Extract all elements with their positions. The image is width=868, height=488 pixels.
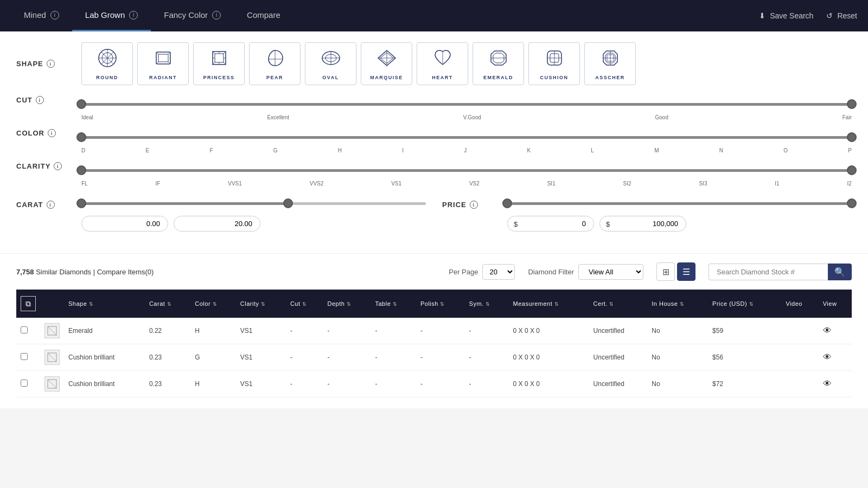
reset-button[interactable]: ↺ Reset xyxy=(826,11,857,20)
cut-label-vgood: V.Good xyxy=(463,114,481,120)
row-in-house: No xyxy=(647,344,708,371)
color-slider-container: D E F G H I J K L M N O P xyxy=(81,129,852,153)
price-slider-track-wrapper[interactable] xyxy=(507,195,852,211)
th-depth[interactable]: Depth ⇅ xyxy=(323,290,371,318)
row-checkbox[interactable] xyxy=(21,353,28,360)
row-clarity: VS1 xyxy=(236,344,286,371)
price-slider-thumb-left[interactable] xyxy=(502,198,512,208)
carat-input-row xyxy=(81,216,426,232)
row-shape: Cushion brilliant xyxy=(64,371,145,397)
row-video xyxy=(782,344,819,371)
shape-marquise[interactable]: MARQUISE xyxy=(361,42,412,85)
clarity-label: CLARITY i xyxy=(16,162,81,170)
view-eye-icon[interactable]: 👁 xyxy=(823,379,832,388)
th-carat[interactable]: Carat ⇅ xyxy=(145,290,190,318)
row-checkbox-cell xyxy=(16,344,40,371)
cut-label-ideal: Ideal xyxy=(81,114,93,120)
shape-cushion[interactable]: CUSHION xyxy=(528,42,580,85)
shape-info-icon[interactable]: i xyxy=(47,60,55,68)
tab-lab-grown-info-icon[interactable]: i xyxy=(129,11,138,20)
th-in-house[interactable]: In House ⇅ xyxy=(647,290,708,318)
cut-info-icon[interactable]: i xyxy=(36,96,44,104)
carat-slider-thumb-right[interactable] xyxy=(283,198,293,208)
grid-view-button[interactable]: ⊞ xyxy=(656,262,675,281)
shape-round[interactable]: ROUND xyxy=(81,42,133,85)
shape-oval[interactable]: OVAL xyxy=(305,42,356,85)
row-view[interactable]: 👁 xyxy=(819,344,852,371)
cut-slider-thumb-right[interactable] xyxy=(847,99,857,109)
princess-label: PRINCESS xyxy=(203,75,234,80)
th-polish[interactable]: Polish ⇅ xyxy=(416,290,465,318)
clarity-slider-track-wrapper[interactable] xyxy=(81,162,852,178)
price-min-currency: $ xyxy=(514,220,518,228)
th-table[interactable]: Table ⇅ xyxy=(371,290,416,318)
cut-slider-thumb-left[interactable] xyxy=(76,99,86,109)
shapes-container: ROUND RADIANT xyxy=(81,42,852,85)
search-stock-input[interactable] xyxy=(709,264,828,280)
cushion-icon xyxy=(544,47,565,73)
view-eye-icon[interactable]: 👁 xyxy=(823,326,832,335)
row-checkbox[interactable] xyxy=(21,380,28,387)
shape-pear[interactable]: PEAR xyxy=(249,42,301,85)
th-color[interactable]: Color ⇅ xyxy=(190,290,235,318)
price-info-icon[interactable]: i xyxy=(470,201,478,209)
clarity-info-icon[interactable]: i xyxy=(54,162,62,170)
color-slider-thumb-left[interactable] xyxy=(76,132,86,142)
th-shape[interactable]: Shape ⇅ xyxy=(64,290,145,318)
th-sym[interactable]: Sym. ⇅ xyxy=(465,290,509,318)
row-cert: Uncertified xyxy=(589,344,648,371)
price-slider-thumb-right[interactable] xyxy=(847,198,857,208)
row-view[interactable]: 👁 xyxy=(819,371,852,397)
view-eye-icon[interactable]: 👁 xyxy=(823,352,832,362)
tab-compare[interactable]: Compare xyxy=(234,0,293,31)
svg-rect-13 xyxy=(215,54,224,62)
tab-mined-info-icon[interactable]: i xyxy=(50,11,59,20)
row-cut: - xyxy=(286,344,323,371)
tab-fancy-color-info-icon[interactable]: i xyxy=(212,11,221,20)
row-checkbox[interactable] xyxy=(21,326,28,333)
compare-label: Compare Items(0) xyxy=(97,268,154,276)
cut-slider-track-wrapper[interactable] xyxy=(81,96,852,112)
shape-heart[interactable]: HEART xyxy=(417,42,468,85)
carat-slider-track-wrapper[interactable] xyxy=(81,195,426,211)
th-clarity[interactable]: Clarity ⇅ xyxy=(236,290,286,318)
cut-filter-row: CUT i Ideal Excellent V.Good Good Fair xyxy=(16,96,852,120)
search-stock-button[interactable]: 🔍 xyxy=(828,264,852,280)
polish-sort-icon: ⇅ xyxy=(440,301,445,307)
per-page-select[interactable]: 20 50 100 xyxy=(482,264,515,280)
svg-rect-7 xyxy=(158,54,168,62)
carat-slider-thumb-left[interactable] xyxy=(76,198,86,208)
tab-fancy-color[interactable]: Fancy Color i xyxy=(151,0,234,31)
select-all-icon[interactable]: ⧉ xyxy=(21,296,36,311)
cut-sort-icon: ⇅ xyxy=(302,301,307,307)
color-slider-track-wrapper[interactable] xyxy=(81,129,852,145)
price-min-input[interactable] xyxy=(507,216,594,232)
list-view-button[interactable]: ☰ xyxy=(677,262,695,281)
clarity-slider-thumb-right[interactable] xyxy=(847,165,857,175)
th-measurement[interactable]: Measurement ⇅ xyxy=(509,290,589,318)
carat-max-input[interactable] xyxy=(174,216,260,232)
th-cert[interactable]: Cert. ⇅ xyxy=(589,290,648,318)
clarity-slider-thumb-left[interactable] xyxy=(76,165,86,175)
cut-slider-labels: Ideal Excellent V.Good Good Fair xyxy=(81,114,852,120)
diamond-filter-group: Diamond Filter View All In House xyxy=(528,264,643,280)
diamond-filter-select[interactable]: View All In House xyxy=(578,264,643,280)
carat-info-icon[interactable]: i xyxy=(47,201,55,209)
carat-min-input[interactable] xyxy=(81,216,168,232)
nav-tabs: Mined i Lab Grown i Fancy Color i Compar… xyxy=(11,0,759,31)
row-clarity: VS1 xyxy=(236,371,286,397)
color-info-icon[interactable]: i xyxy=(48,129,56,137)
tab-lab-grown[interactable]: Lab Grown i xyxy=(72,0,151,31)
th-cut[interactable]: Cut ⇅ xyxy=(286,290,323,318)
shape-emerald[interactable]: EMERALD xyxy=(473,42,524,85)
th-price[interactable]: Price (USD) ⇅ xyxy=(708,290,781,318)
shape-radiant[interactable]: RADIANT xyxy=(137,42,189,85)
price-max-input[interactable] xyxy=(599,216,686,232)
color-slider-thumb-right[interactable] xyxy=(847,132,857,142)
shape-sort-icon: ⇅ xyxy=(89,301,94,307)
save-search-button[interactable]: ⬇ Save Search xyxy=(759,11,813,20)
tab-mined[interactable]: Mined i xyxy=(11,0,72,31)
row-view[interactable]: 👁 xyxy=(819,318,852,344)
shape-princess[interactable]: PRINCESS xyxy=(193,42,245,85)
shape-asscher[interactable]: ASSCHER xyxy=(584,42,636,85)
